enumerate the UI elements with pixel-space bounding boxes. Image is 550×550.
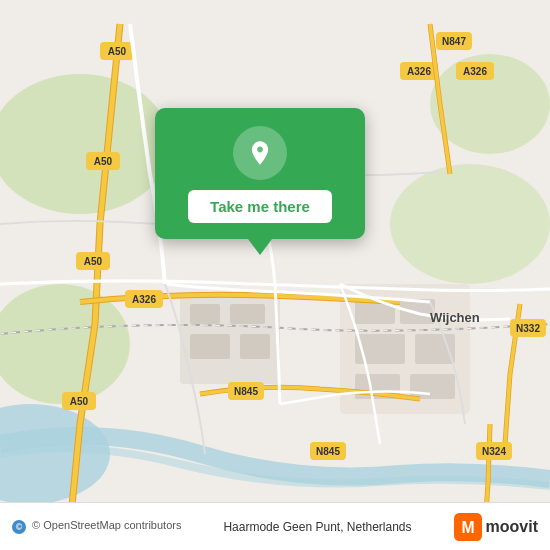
moovit-logo: M moovit	[454, 513, 538, 541]
svg-text:A326: A326	[132, 294, 156, 305]
take-me-there-button[interactable]: Take me there	[188, 190, 332, 223]
location-name-text: Haarmode Geen Punt, Netherlands	[223, 520, 411, 534]
svg-rect-13	[190, 304, 220, 324]
svg-point-4	[390, 164, 550, 284]
osm-icon: ©	[12, 520, 26, 534]
map-container: A50 A50 A50 A50 A326 A326 A326 N847 N332…	[0, 0, 550, 550]
svg-rect-11	[410, 374, 455, 399]
moovit-logo-icon: M	[454, 513, 482, 541]
svg-text:A50: A50	[108, 46, 127, 57]
location-icon-circle	[233, 126, 287, 180]
svg-text:Wijchen: Wijchen	[430, 310, 480, 325]
bottom-bar: © © OpenStreetMap contributors Haarmode …	[0, 502, 550, 550]
navigation-popup: Take me there	[155, 108, 365, 239]
svg-text:N845: N845	[316, 446, 340, 457]
svg-rect-15	[190, 334, 230, 359]
map-attribution: © © OpenStreetMap contributors	[12, 519, 181, 533]
moovit-brand-text: moovit	[486, 518, 538, 536]
svg-text:M: M	[461, 519, 474, 536]
svg-text:N324: N324	[482, 446, 506, 457]
svg-text:N332: N332	[516, 323, 540, 334]
svg-rect-14	[230, 304, 265, 324]
svg-text:A50: A50	[94, 156, 113, 167]
svg-text:A326: A326	[463, 66, 487, 77]
map-svg: A50 A50 A50 A50 A326 A326 A326 N847 N332…	[0, 0, 550, 550]
svg-text:N847: N847	[442, 36, 466, 47]
svg-text:N845: N845	[234, 386, 258, 397]
location-label: Haarmode Geen Punt, Netherlands	[223, 520, 411, 534]
svg-text:A326: A326	[407, 66, 431, 77]
svg-rect-16	[240, 334, 270, 359]
attribution-text: © OpenStreetMap contributors	[32, 519, 181, 531]
svg-text:A50: A50	[70, 396, 89, 407]
location-pin-icon	[246, 139, 274, 167]
svg-text:A50: A50	[84, 256, 103, 267]
